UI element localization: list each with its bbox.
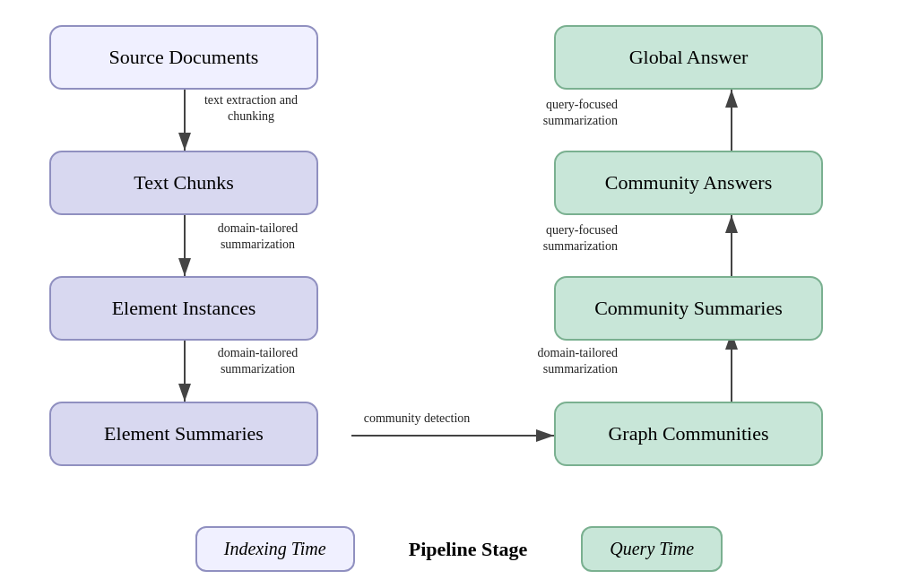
- text-chunks-label: Text Chunks: [134, 171, 234, 195]
- element-summaries-box: Element Summaries: [49, 402, 318, 466]
- query-focused-1-label: query-focused summarization: [488, 222, 618, 255]
- source-documents-box: Source Documents: [49, 25, 318, 90]
- domain-tailored-2-label: domain-tailored summarization: [193, 345, 323, 377]
- community-summaries-label: Community Summaries: [594, 297, 783, 320]
- community-detection-label: community detection: [359, 411, 475, 427]
- query-time-box: Query Time: [581, 526, 723, 572]
- pipeline-stage-label: Pipeline Stage: [409, 538, 528, 561]
- legend-section: Indexing Time Pipeline Stage Query Time: [0, 526, 918, 572]
- text-extraction-label: text extraction and chunking: [193, 92, 309, 125]
- source-documents-label: Source Documents: [109, 46, 259, 69]
- text-chunks-box: Text Chunks: [49, 151, 318, 215]
- indexing-time-box: Indexing Time: [195, 526, 355, 572]
- query-time-label: Query Time: [610, 539, 694, 558]
- global-answer-label: Global Answer: [629, 46, 749, 69]
- element-summaries-label: Element Summaries: [104, 422, 264, 445]
- community-answers-box: Community Answers: [554, 151, 823, 215]
- domain-tailored-1-label: domain-tailored summarization: [193, 220, 323, 253]
- community-answers-label: Community Answers: [605, 171, 772, 195]
- query-focused-2-label: query-focused summarization: [488, 97, 618, 129]
- element-instances-label: Element Instances: [112, 297, 256, 320]
- community-summaries-box: Community Summaries: [554, 276, 823, 341]
- graph-communities-label: Graph Communities: [608, 422, 768, 445]
- element-instances-box: Element Instances: [49, 276, 318, 341]
- global-answer-box: Global Answer: [554, 25, 823, 90]
- indexing-time-label: Indexing Time: [224, 539, 326, 558]
- graph-communities-box: Graph Communities: [554, 402, 823, 466]
- diagram-container: Source Documents Text Chunks Element Ins…: [0, 0, 918, 588]
- domain-tailored-3-label: domain-tailored summarization: [488, 345, 618, 377]
